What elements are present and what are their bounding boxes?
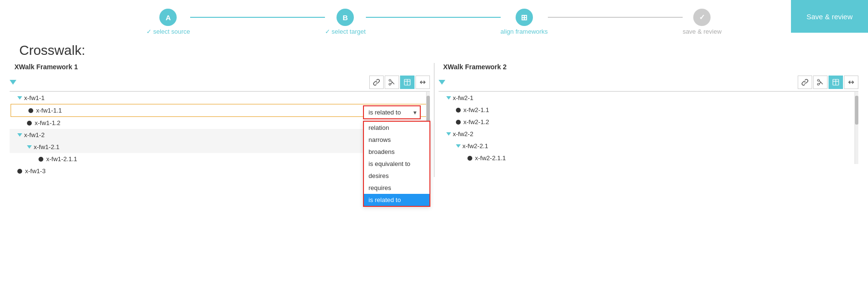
svg-line-10 [819, 81, 823, 84]
framework1-panel: XWalk Framework 1 [10, 63, 430, 177]
tree-item-fw2-1-2[interactable]: x-fw2-1.2 [439, 116, 859, 128]
svg-point-9 [817, 83, 819, 85]
svg-point-8 [817, 79, 819, 81]
framework1-collapse-icon[interactable] [10, 80, 16, 85]
tree-item-fw2-1[interactable]: x-fw2-1 [439, 92, 859, 104]
tree-item-fw2-2-1-1[interactable]: x-fw2-2.1.1 [439, 152, 859, 164]
step-select-source[interactable]: A ✓select source [146, 9, 190, 35]
relation-dropdown-container[interactable]: relation narrows broadens is equivalent … [363, 105, 421, 119]
svg-point-0 [389, 79, 391, 81]
relation-select-wrapper[interactable]: relation narrows broadens is equivalent … [363, 105, 421, 119]
step-label-d: save & review [683, 28, 722, 35]
relation-dropdown-popup[interactable]: relation narrows broadens is equivalent … [363, 121, 430, 207]
step-label-b: ✓select target [325, 28, 366, 35]
tree-item-fw1-1-1[interactable]: x-fw1-1.1 relation narrows broadens is e… [11, 104, 429, 117]
relation-option-desires[interactable]: desires [364, 170, 429, 182]
relation-option-relation[interactable]: relation [364, 122, 429, 134]
framework1-toolbar [10, 74, 430, 92]
dot-fw2-1-2 [456, 120, 461, 125]
framework1-title: XWalk Framework 1 [10, 63, 430, 74]
step-line-3 [548, 17, 683, 18]
framework1-scissors-btn[interactable] [385, 76, 399, 89]
dot-fw2-1-1 [456, 108, 461, 113]
svg-line-2 [391, 81, 394, 84]
framework2-scroll-thumb[interactable] [855, 96, 858, 125]
relation-option-is-equivalent-to[interactable]: is equivalent to [364, 158, 429, 170]
relation-select[interactable]: relation narrows broadens is equivalent … [363, 105, 421, 119]
framework2-toolbar [439, 74, 859, 92]
framework1-scroll-thumb[interactable] [427, 96, 430, 125]
framework2-panel: XWalk Framework 2 [439, 63, 859, 177]
step-circle-c: ⊞ [516, 9, 533, 26]
step-align-frameworks[interactable]: ⊞ align frameworks [501, 9, 548, 35]
step-circle-d: ✓ [693, 9, 711, 26]
dot-fw1-2-1-1 [39, 157, 43, 162]
framework2-scrollbar[interactable] [855, 92, 858, 164]
chevron-fw1-2 [17, 133, 22, 137]
chevron-fw2-2-1 [456, 144, 461, 148]
svg-point-1 [389, 83, 391, 85]
step-line-1 [190, 17, 325, 18]
save-review-button[interactable]: Save & review [791, 0, 868, 33]
framework1-tree: x-fw1-1 x-fw1-1.1 relation narrows broad… [10, 92, 430, 177]
framework2-arrows-btn[interactable] [844, 76, 858, 89]
chevron-fw1-1 [17, 96, 22, 100]
chevron-fw1-2-1 [27, 145, 32, 149]
framework2-table-btn[interactable] [829, 76, 843, 89]
step-circle-b: B [337, 9, 354, 26]
relation-option-broadens[interactable]: broadens [364, 146, 429, 158]
chevron-fw2-2 [446, 132, 451, 136]
main-content: XWalk Framework 1 [0, 63, 868, 177]
tree-item-fw2-1-1[interactable]: x-fw2-1.1 [439, 104, 859, 116]
svg-line-3 [391, 82, 393, 84]
relation-option-narrows[interactable]: narrows [364, 134, 429, 146]
dot-fw1-3 [17, 169, 22, 174]
dot-fw2-2-1-1 [467, 156, 472, 161]
svg-line-11 [819, 82, 821, 84]
dot-fw1-1-2 [27, 121, 32, 126]
framework1-table-btn[interactable] [400, 76, 415, 89]
dot-fw1-1-1 [28, 108, 33, 113]
framework1-arrows-btn[interactable] [415, 76, 430, 89]
step-circle-a: A [159, 9, 177, 26]
step-select-target[interactable]: B ✓select target [325, 9, 366, 35]
step-label-a: ✓select source [146, 28, 190, 35]
framework2-title: XWalk Framework 2 [439, 63, 859, 74]
step-line-2 [366, 17, 501, 18]
tree-item-fw2-2-1[interactable]: x-fw2-2.1 [439, 140, 859, 152]
framework2-link-btn[interactable] [798, 76, 812, 89]
framework2-collapse-icon[interactable] [439, 80, 445, 85]
relation-option-is-related-to[interactable]: is related to [364, 194, 429, 206]
framework1-link-btn[interactable] [369, 76, 384, 89]
tree-item-fw1-1[interactable]: x-fw1-1 [10, 92, 430, 104]
step-save-review[interactable]: ✓ save & review [683, 9, 722, 35]
chevron-fw2-1 [446, 96, 451, 100]
framework2-tree: x-fw2-1 x-fw2-1.1 x-fw2-1.2 [439, 92, 859, 164]
page-title: Crosswalk: [0, 39, 868, 58]
tree-item-fw2-2[interactable]: x-fw2-2 [439, 128, 859, 140]
panel-divider [434, 63, 435, 177]
stepper: A ✓select source B ✓select target ⊞ alig… [0, 0, 868, 39]
step-label-c: align frameworks [501, 28, 548, 35]
relation-option-requires[interactable]: requires [364, 182, 429, 194]
framework2-scissors-btn[interactable] [813, 76, 828, 89]
